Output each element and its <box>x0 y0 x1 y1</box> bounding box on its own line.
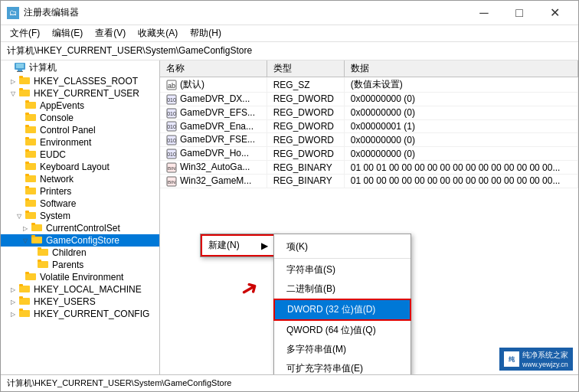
tree-item-keyboardlayout[interactable]: Keyboard Layout <box>1 161 159 173</box>
tree-item-computer[interactable]: 计算机 <box>1 60 159 75</box>
tree-panel[interactable]: 计算机 ▷ HKEY_CLASSES_ROOT ▽ HKEY_CURRENT_U… <box>1 60 160 374</box>
table-row[interactable]: BINWin32_AutoGa... REG_BINARY 01 00 01 0… <box>160 161 578 175</box>
svg-rect-36 <box>38 260 41 262</box>
menu-item-multistring[interactable]: 多字符串值(M) <box>274 340 411 359</box>
svg-rect-39 <box>19 286 30 292</box>
table-row[interactable]: BINWin32_GameM... REG_BINARY 01 00 00 00… <box>160 174 578 188</box>
col-data: 数据 <box>344 60 577 77</box>
tree-item-volatileenv[interactable]: Volatile Environment <box>1 271 159 283</box>
new-menu-item[interactable]: 新建(N) ▶ <box>201 234 276 256</box>
status-bar: 计算机\HKEY_CURRENT_USER\System\GameConfigS… <box>1 374 578 391</box>
menu-favorites[interactable]: 收藏夹(A) <box>132 25 184 41</box>
svg-rect-37 <box>25 273 36 280</box>
row-data: 0x00000000 (0) <box>344 147 577 161</box>
folder-icon-children <box>38 247 50 258</box>
tree-item-controlpanel[interactable]: Control Panel <box>1 124 159 136</box>
tree-item-children[interactable]: Children <box>1 247 159 259</box>
row-type: REG_BINARY <box>267 161 344 175</box>
tree-item-currentcontrolset[interactable]: ▷ CurrentControlSet <box>1 222 159 234</box>
table-row[interactable]: 010GameDVR_FSE... REG_DWORD 0x00000000 (… <box>160 133 578 147</box>
svg-rect-26 <box>25 198 29 201</box>
tree-item-hku[interactable]: ▷ HKEY_USERS <box>1 296 159 308</box>
watermark-logo: 纯 <box>504 351 519 367</box>
menu-item-key[interactable]: 项(K) <box>274 237 411 256</box>
tree-item-network[interactable]: Network <box>1 173 159 185</box>
close-button[interactable]: ✕ <box>537 1 572 25</box>
tree-label-parents: Parents <box>52 260 83 270</box>
app-icon: 🗂 <box>7 7 19 19</box>
tree-item-console[interactable]: Console <box>1 112 159 124</box>
folder-icon-gameconfigstore <box>31 235 44 246</box>
svg-text:BIN: BIN <box>168 180 175 185</box>
menu-item-qword[interactable]: QWORD (64 位)值(Q) <box>274 321 411 340</box>
tree-item-hkcc[interactable]: ▷ HKEY_CURRENT_CONFIG <box>1 308 159 320</box>
tree-item-appevents[interactable]: AppEvents <box>1 100 159 112</box>
tree-item-environment[interactable]: Environment <box>1 136 159 149</box>
title-bar: 🗂 注册表编辑器 ─ □ ✕ <box>1 1 578 25</box>
tree-item-hkcu[interactable]: ▽ HKEY_CURRENT_USER <box>1 87 159 100</box>
submenu-new[interactable]: 新建(N) ▶ <box>200 234 276 257</box>
svg-text:010: 010 <box>167 152 176 157</box>
table-row[interactable]: 010GameDVR_Ena... REG_DWORD 0x00000001 (… <box>160 119 578 133</box>
menu-item-expandstring[interactable]: 可扩充字符串值(E) <box>274 359 411 374</box>
tree-item-gameconfigstore[interactable]: ▽ GameConfigStore <box>1 234 159 247</box>
svg-rect-23 <box>25 188 36 194</box>
status-text: 计算机\HKEY_CURRENT_USER\System\GameConfigS… <box>7 377 231 389</box>
folder-icon-network <box>25 174 38 185</box>
svg-rect-28 <box>25 211 29 213</box>
row-type: REG_DWORD <box>267 93 344 106</box>
row-type: REG_DWORD <box>267 119 344 133</box>
registry-panel: 名称 类型 数据 ab(默认) REG_SZ (数值未设置) <box>160 60 578 374</box>
menu-item-binary[interactable]: 二进制值(B) <box>274 279 411 299</box>
computer-icon <box>15 63 27 74</box>
svg-rect-29 <box>31 224 42 231</box>
menu-file[interactable]: 文件(F) <box>4 25 46 41</box>
tree-label-volatileenv: Volatile Environment <box>40 272 123 283</box>
svg-rect-10 <box>25 100 29 103</box>
tree-item-printers[interactable]: Printers <box>1 185 159 198</box>
submenu-arrow: ▶ <box>261 240 268 251</box>
svg-rect-2 <box>18 70 22 71</box>
folder-icon-controlpanel <box>25 125 38 136</box>
menu-item-string[interactable]: 字符串值(S) <box>274 260 411 279</box>
folder-icon-keyboardlayout <box>25 162 38 172</box>
tree-item-parents[interactable]: Parents <box>1 259 159 271</box>
row-data: 0x00000001 (1) <box>344 119 577 133</box>
svg-rect-21 <box>25 175 36 182</box>
svg-rect-27 <box>25 212 36 219</box>
svg-text:010: 010 <box>167 124 176 129</box>
folder-icon-currentcontrolset <box>31 223 44 234</box>
row-name: 010GameDVR_FSE... <box>160 133 267 147</box>
new-label: 新建(N) <box>208 239 240 252</box>
svg-text:010: 010 <box>167 97 176 103</box>
watermark-name: 纯净系统之家 <box>522 350 568 361</box>
tree-item-software[interactable]: Software <box>1 198 159 210</box>
tree-label-system: System <box>40 211 70 221</box>
maximize-button[interactable]: □ <box>502 1 537 25</box>
table-row[interactable]: 010GameDVR_EFS... REG_DWORD 0x00000000 (… <box>160 106 578 119</box>
minimize-button[interactable]: ─ <box>466 1 502 25</box>
tree-item-hkcr[interactable]: ▷ HKEY_CLASSES_ROOT <box>1 75 159 87</box>
table-row[interactable]: ab(默认) REG_SZ (数值未设置) <box>160 77 578 93</box>
tree-item-eudc[interactable]: EUDC <box>1 149 159 161</box>
row-name: BINWin32_GameM... <box>160 174 267 188</box>
svg-rect-35 <box>38 261 48 268</box>
tree-label-gameconfigstore: GameConfigStore <box>46 235 119 246</box>
menu-view[interactable]: 查看(V) <box>89 25 132 41</box>
tree-label-hkcr: HKEY_CLASSES_ROOT <box>34 76 138 87</box>
table-row[interactable]: 010GameDVR_DX... REG_DWORD 0x00000000 (0… <box>160 93 578 106</box>
tree-label-children: Children <box>52 247 87 258</box>
menu-edit[interactable]: 编辑(E) <box>46 25 89 41</box>
table-row[interactable]: 010GameDVR_Ho... REG_DWORD 0x00000000 (0… <box>160 147 578 161</box>
address-text: 计算机\HKEY_CURRENT_USER\System\GameConfigS… <box>7 44 252 57</box>
menu-help[interactable]: 帮助(H) <box>184 25 227 41</box>
row-name: 010GameDVR_EFS... <box>160 106 267 119</box>
svg-rect-30 <box>31 223 35 225</box>
svg-rect-6 <box>19 76 23 78</box>
svg-rect-16 <box>25 137 29 139</box>
svg-rect-20 <box>25 162 29 164</box>
row-type: REG_DWORD <box>267 106 344 119</box>
tree-item-system[interactable]: ▽ System <box>1 210 159 222</box>
tree-item-hklm[interactable]: ▷ HKEY_LOCAL_MACHINE <box>1 283 159 296</box>
menu-item-dword[interactable]: DWORD (32 位)值(D) <box>273 299 411 321</box>
